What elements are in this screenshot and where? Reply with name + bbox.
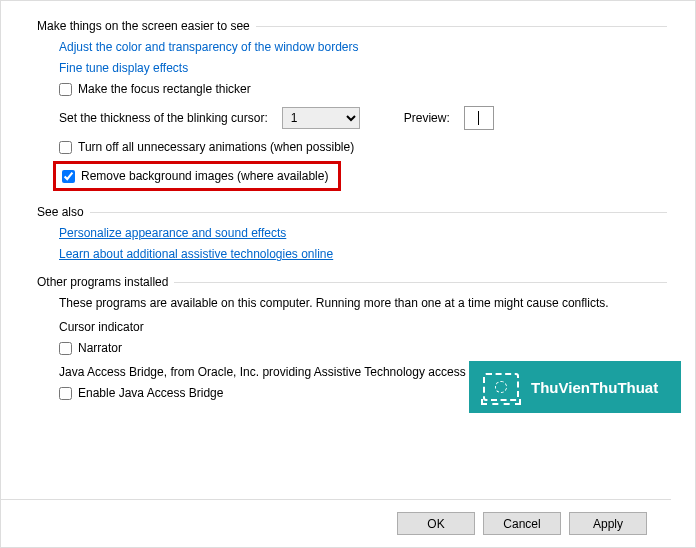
group-title: Make things on the screen easier to see [37,19,250,33]
cursor-thickness-select[interactable]: 1 [282,107,360,129]
checkbox-turn-off-animations-label: Turn off all unnecessary animations (whe… [78,140,354,154]
checkbox-narrator-label: Narrator [78,341,122,355]
link-color-transparency[interactable]: Adjust the color and transparency of the… [59,40,359,54]
group-title-see-also: See also [37,205,84,219]
highlight-remove-background: Remove background images (where availabl… [53,161,341,191]
checkbox-turn-off-animations[interactable] [59,141,72,154]
checkbox-narrator[interactable] [59,342,72,355]
group-easier-to-see: Make things on the screen easier to see [37,19,667,33]
dialog-button-bar: OK Cancel Apply [1,499,671,535]
checkbox-focus-rectangle[interactable] [59,83,72,96]
checkbox-java-access-bridge[interactable] [59,387,72,400]
link-fine-tune[interactable]: Fine tune display effects [59,61,188,75]
checkbox-remove-background[interactable] [62,170,75,183]
group-see-also: See also [37,205,667,219]
laptop-icon [483,373,519,401]
link-personalize[interactable]: Personalize appearance and sound effects [59,226,286,240]
apply-button[interactable]: Apply [569,512,647,535]
cursor-indicator-label: Cursor indicator [59,320,144,334]
cancel-button[interactable]: Cancel [483,512,561,535]
other-programs-desc: These programs are available on this com… [59,296,609,310]
checkbox-focus-rectangle-label: Make the focus rectangle thicker [78,82,251,96]
cursor-thickness-label: Set the thickness of the blinking cursor… [59,111,268,125]
group-title-other: Other programs installed [37,275,168,289]
watermark-text: ThuVienThuThuat [531,379,658,396]
checkbox-remove-background-label: Remove background images (where availabl… [81,169,328,183]
link-learn-assistive[interactable]: Learn about additional assistive technol… [59,247,333,261]
watermark-badge: ThuVienThuThuat [469,361,681,413]
checkbox-java-access-bridge-label: Enable Java Access Bridge [78,386,223,400]
preview-label: Preview: [404,111,450,125]
ok-button[interactable]: OK [397,512,475,535]
cursor-preview [464,106,494,130]
group-other-programs: Other programs installed [37,275,667,289]
